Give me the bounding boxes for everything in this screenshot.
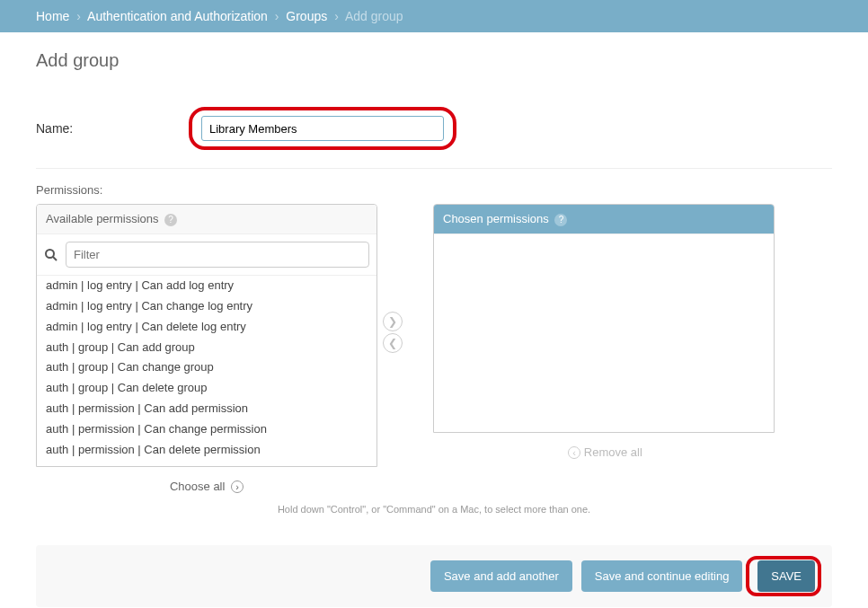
breadcrumb-groups[interactable]: Groups: [286, 9, 327, 23]
selector-help-text: Hold down "Control", or "Command" on a M…: [36, 504, 832, 515]
permission-option[interactable]: auth | permission | Can add permission: [37, 399, 376, 419]
chevron-right-icon: ›: [76, 9, 81, 23]
chevron-right-icon: ›: [231, 480, 244, 493]
move-right-button[interactable]: ❯: [383, 312, 403, 331]
filter-input[interactable]: [66, 242, 369, 268]
search-icon: [44, 248, 58, 262]
save-highlight: SAVE: [746, 556, 821, 596]
name-label: Name:: [36, 121, 189, 136]
permission-option[interactable]: auth | group | Can delete group: [37, 378, 376, 399]
chosen-permissions-box: Chosen permissions ?: [433, 204, 775, 433]
name-highlight: [189, 107, 456, 150]
breadcrumb-home[interactable]: Home: [36, 9, 69, 23]
permissions-label: Permissions:: [36, 183, 832, 197]
help-icon[interactable]: ?: [164, 214, 177, 226]
help-icon[interactable]: ?: [554, 214, 567, 226]
name-input[interactable]: [201, 116, 444, 141]
permission-option[interactable]: admin | log entry | Can change log entry: [37, 296, 376, 317]
choose-all-link[interactable]: Choose all ›: [36, 467, 377, 493]
chevron-left-icon: ‹: [568, 446, 580, 459]
available-permissions-box: Available permissions ? admin | log entr…: [36, 204, 377, 467]
available-header-text: Available permissions: [46, 212, 159, 225]
permission-option[interactable]: admin | log entry | Can add log entry: [37, 276, 376, 296]
permission-option[interactable]: admin | log entry | Can delete log entry: [37, 317, 376, 338]
available-list[interactable]: admin | log entry | Can add log entryadm…: [37, 276, 376, 466]
remove-all-link[interactable]: ‹ Remove all: [433, 433, 775, 459]
move-left-button[interactable]: ❮: [383, 333, 403, 353]
svg-line-1: [53, 257, 57, 260]
permission-option[interactable]: auth | group | Can add group: [37, 338, 376, 358]
page-title: Add group: [36, 50, 832, 71]
available-header: Available permissions ?: [37, 205, 376, 234]
permission-option[interactable]: auth | permission | Can change permissio…: [37, 419, 376, 440]
submit-row: Save and add another Save and continue e…: [36, 545, 832, 607]
save-button[interactable]: SAVE: [757, 560, 815, 592]
choose-all-text: Choose all: [170, 480, 225, 493]
chevron-right-icon: ›: [334, 9, 339, 23]
filter-row: [37, 234, 376, 276]
selector-arrows: ❯ ❮: [377, 312, 408, 353]
chevron-right-icon: ›: [275, 9, 279, 23]
remove-all-text: Remove all: [584, 445, 642, 459]
svg-point-0: [46, 250, 54, 258]
permission-option[interactable]: auth | group | Can change group: [37, 357, 376, 378]
chosen-list[interactable]: [434, 234, 774, 432]
name-row: Name:: [36, 96, 832, 169]
chosen-header-text: Chosen permissions: [443, 212, 549, 225]
breadcrumb: Home › Authentication and Authorization …: [0, 0, 868, 32]
breadcrumb-current: Add group: [345, 9, 403, 23]
breadcrumb-auth[interactable]: Authentication and Authorization: [87, 9, 268, 23]
permissions-selector: Available permissions ? admin | log entr…: [36, 204, 832, 493]
save-add-another-button[interactable]: Save and add another: [430, 560, 572, 592]
permission-option[interactable]: auth | permission | Can delete permissio…: [37, 440, 376, 461]
chosen-header: Chosen permissions ?: [434, 205, 774, 234]
permission-option[interactable]: auth | user | Can add user: [37, 461, 376, 466]
save-continue-button[interactable]: Save and continue editing: [581, 560, 743, 592]
